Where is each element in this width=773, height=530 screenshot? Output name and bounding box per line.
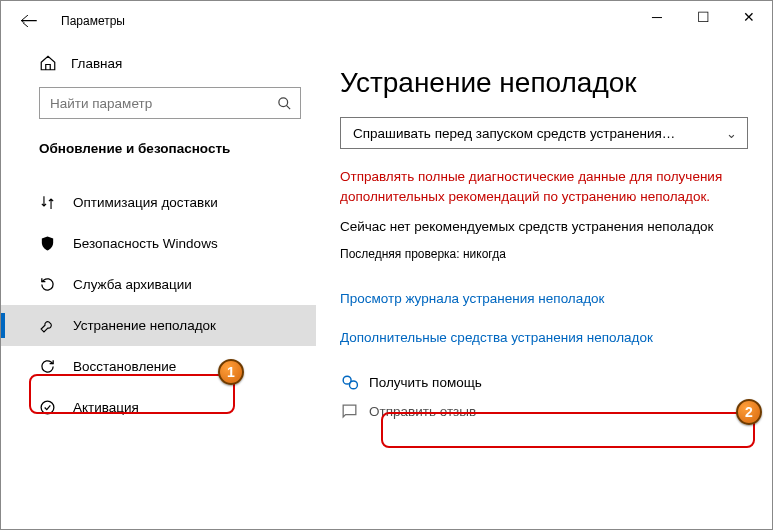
search-box[interactable] bbox=[39, 87, 301, 119]
sidebar-section: Обновление и безопасность bbox=[1, 119, 316, 156]
main-pane: Устранение неполадок Спрашивать перед за… bbox=[316, 41, 772, 529]
close-button[interactable]: ✕ bbox=[726, 1, 772, 33]
minimize-button[interactable]: ─ bbox=[634, 1, 680, 33]
recommendation-dropdown[interactable]: Спрашивать перед запуском средств устран… bbox=[340, 117, 748, 149]
help-icon bbox=[340, 373, 359, 392]
link-history[interactable]: Просмотр журнала устранения неполадок bbox=[340, 291, 748, 306]
sidebar-item-activation[interactable]: Активация bbox=[1, 387, 316, 428]
sidebar-item-label: Активация bbox=[73, 400, 139, 415]
sidebar-item-label: Служба архивации bbox=[73, 277, 192, 292]
backup-icon bbox=[39, 276, 59, 293]
feedback-label: Отправить отзыв bbox=[369, 404, 476, 419]
sidebar-item-label: Безопасность Windows bbox=[73, 236, 218, 251]
recovery-icon bbox=[39, 358, 59, 375]
page-title: Устранение неполадок bbox=[340, 67, 748, 99]
get-help-row[interactable]: Получить помощь bbox=[340, 373, 748, 392]
no-recommendation-text: Сейчас нет рекомендуемых средств устране… bbox=[340, 218, 730, 237]
feedback-row[interactable]: Отправить отзыв bbox=[340, 402, 748, 421]
sidebar-nav: Оптимизация доставки Безопасность Window… bbox=[1, 182, 316, 428]
delivery-icon bbox=[39, 194, 59, 211]
last-check-text: Последняя проверка: никогда bbox=[340, 247, 748, 261]
sidebar-item-backup[interactable]: Служба архивации bbox=[1, 264, 316, 305]
svg-point-4 bbox=[350, 381, 358, 389]
sidebar-item-security[interactable]: Безопасность Windows bbox=[1, 223, 316, 264]
window-title: Параметры bbox=[61, 14, 125, 28]
svg-line-1 bbox=[286, 105, 290, 109]
home-label: Главная bbox=[71, 56, 122, 71]
svg-point-2 bbox=[41, 401, 54, 414]
sidebar-item-troubleshoot[interactable]: Устранение неполадок bbox=[1, 305, 316, 346]
search-input[interactable] bbox=[50, 96, 277, 111]
sidebar-item-label: Устранение неполадок bbox=[73, 318, 216, 333]
chevron-down-icon: ⌄ bbox=[726, 126, 737, 141]
sidebar-item-label: Оптимизация доставки bbox=[73, 195, 218, 210]
maximize-button[interactable]: ☐ bbox=[680, 1, 726, 33]
svg-point-0 bbox=[279, 97, 288, 106]
get-help-label: Получить помощь bbox=[369, 375, 482, 390]
back-button[interactable]: 🡠 bbox=[15, 7, 43, 35]
activation-icon bbox=[39, 399, 59, 416]
home-icon bbox=[39, 54, 57, 72]
feedback-icon bbox=[340, 402, 359, 421]
dropdown-value: Спрашивать перед запуском средств устран… bbox=[353, 126, 675, 141]
sidebar-item-recovery[interactable]: Восстановление bbox=[1, 346, 316, 387]
wrench-icon bbox=[39, 317, 59, 334]
sidebar: Главная Обновление и безопасность Оптими… bbox=[1, 41, 316, 529]
sidebar-item-label: Восстановление bbox=[73, 359, 176, 374]
shield-icon bbox=[39, 235, 59, 252]
link-additional-troubleshooters[interactable]: Дополнительные средства устранения непол… bbox=[340, 330, 748, 345]
sidebar-home[interactable]: Главная bbox=[1, 45, 316, 81]
sidebar-item-delivery[interactable]: Оптимизация доставки bbox=[1, 182, 316, 223]
search-icon bbox=[277, 96, 292, 111]
window-controls: ─ ☐ ✕ bbox=[634, 1, 772, 33]
diagnostic-notice: Отправлять полные диагностические данные… bbox=[340, 167, 730, 206]
